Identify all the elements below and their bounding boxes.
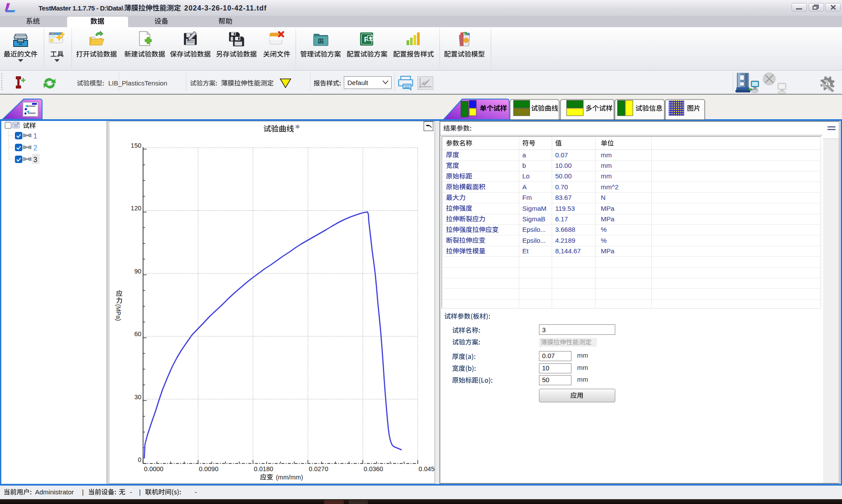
svg-text:0.0000: 0.0000 <box>144 465 163 472</box>
svg-text:0.0180: 0.0180 <box>254 465 273 472</box>
svg-text:0.0450: 0.0450 <box>419 465 435 472</box>
svg-text:90: 90 <box>134 268 141 275</box>
svg-text:0.0360: 0.0360 <box>364 465 383 472</box>
svg-text:0.0090: 0.0090 <box>199 465 218 472</box>
svg-text:60: 60 <box>134 330 141 337</box>
svg-text:120: 120 <box>131 205 141 212</box>
svg-text:150: 150 <box>131 142 141 149</box>
svg-text:0.0270: 0.0270 <box>309 465 328 472</box>
svg-text:30: 30 <box>134 394 141 401</box>
svg-text:0: 0 <box>138 456 141 463</box>
